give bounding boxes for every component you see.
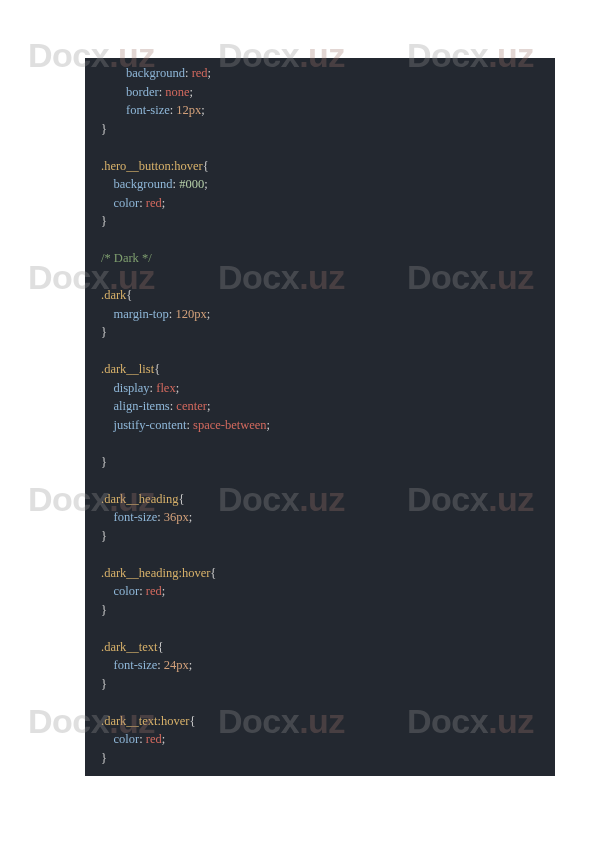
code-blank-line [101,619,539,638]
code-line: border: none; [101,83,539,102]
code-blank-line [101,268,539,287]
code-token: ; [267,418,270,432]
code-line: } [101,527,539,546]
code-token: 36px [164,510,189,524]
code-token: .dark__heading [101,492,178,506]
code-token: .dark__text [101,640,158,654]
code-token: ; [204,177,207,191]
code-token: color [114,732,140,746]
code-token: ; [189,510,192,524]
code-blank-line [101,231,539,250]
code-token: { [178,492,184,506]
code-token: .dark__heading:hover [101,566,210,580]
code-token: ; [208,66,211,80]
code-blank-line [101,545,539,564]
code-line: } [101,212,539,231]
code-token: { [210,566,216,580]
code-token: .dark__list [101,362,154,376]
code-token: } [101,603,107,617]
code-token: : [157,510,164,524]
code-token: } [101,751,107,765]
code-token: } [101,677,107,691]
code-line: } [101,120,539,139]
code-token: color [114,584,140,598]
code-token: .dark__text:hover [101,714,190,728]
code-token: margin-top [114,307,169,321]
code-token: ; [162,196,165,210]
code-token: background [114,177,173,191]
code-token: { [203,159,209,173]
code-token: : [139,196,146,210]
code-token: 24px [164,658,189,672]
code-line: .hero__button:hover{ [101,157,539,176]
code-line: justify-content: space-between; [101,416,539,435]
code-token: red [146,584,162,598]
code-token: } [101,122,107,136]
code-blank-line [101,138,539,157]
code-token: : [185,66,192,80]
code-token: : [139,584,146,598]
code-line: background: red; [101,64,539,83]
code-token: color [114,196,140,210]
code-token: display [114,381,150,395]
code-token: ; [190,85,193,99]
code-line: .dark__heading{ [101,490,539,509]
code-token: red [146,732,162,746]
code-blank-line [101,693,539,712]
code-token: font-size [114,510,158,524]
code-line: display: flex; [101,379,539,398]
code-token: } [101,325,107,339]
code-token: ; [162,732,165,746]
code-token: ; [201,103,204,117]
code-line: .dark__text{ [101,638,539,657]
code-line: color: red; [101,730,539,749]
code-token: center [176,399,207,413]
code-blank-line [101,342,539,361]
code-token: red [192,66,208,80]
code-line: } [101,323,539,342]
code-block: background: red; border: none; font-size… [85,58,555,776]
code-token: { [126,288,132,302]
code-line: font-size: 36px; [101,508,539,527]
code-token: ; [176,381,179,395]
code-line: } [101,749,539,768]
code-token: space-between [193,418,267,432]
code-token: .dark [101,288,126,302]
code-token: border [126,85,159,99]
code-line: .dark__text:hover{ [101,712,539,731]
code-token: background [126,66,185,80]
code-line: color: red; [101,194,539,213]
code-token: none [165,85,189,99]
code-token: red [146,196,162,210]
code-token: : [139,732,146,746]
code-token: justify-content [114,418,187,432]
code-line: margin-top: 120px; [101,305,539,324]
code-token: ; [189,658,192,672]
code-line: background: #000; [101,175,539,194]
code-token: ; [207,307,210,321]
code-line: font-size: 12px; [101,101,539,120]
code-token: 120px [175,307,206,321]
code-blank-line [101,434,539,453]
code-token: { [154,362,160,376]
code-token: flex [156,381,175,395]
code-line: align-items: center; [101,397,539,416]
code-line: .dark__heading:hover{ [101,564,539,583]
code-token: } [101,529,107,543]
code-token: 12px [176,103,201,117]
code-token: #000 [179,177,204,191]
code-token: /* Dark */ [101,251,152,265]
code-token: font-size [114,658,158,672]
code-token: align-items [114,399,170,413]
code-line: color: red; [101,582,539,601]
code-token: { [190,714,196,728]
code-token: } [101,455,107,469]
code-token: { [158,640,164,654]
code-token: .hero__button:hover [101,159,203,173]
code-line: /* Dark */ [101,249,539,268]
code-line: font-size: 24px; [101,656,539,675]
code-token: ; [207,399,210,413]
code-line: .dark{ [101,286,539,305]
code-token: } [101,214,107,228]
code-token: : [157,658,164,672]
